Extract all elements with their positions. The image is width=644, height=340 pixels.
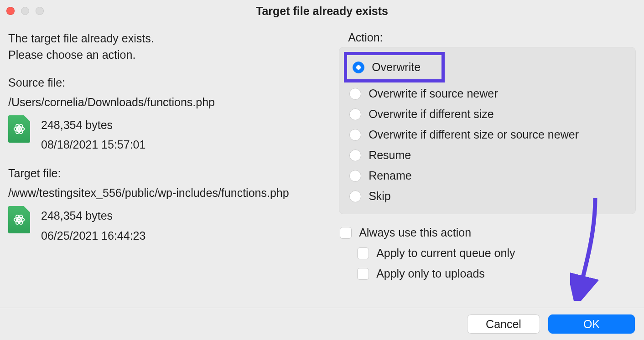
source-file-info: 248,354 bytes 08/18/2021 15:57:01: [8, 115, 330, 155]
message-line: Please choose an action.: [8, 46, 330, 63]
svg-point-1: [19, 128, 20, 129]
action-group: Overwrite Overwrite if source newer Over…: [339, 47, 636, 214]
checkbox-icon: [357, 247, 369, 259]
checkbox-label: Apply to current queue only: [376, 247, 515, 260]
file-icon: [8, 206, 30, 233]
radio-skip[interactable]: Skip: [347, 186, 628, 206]
radio-label: Skip: [369, 190, 391, 203]
radio-label: Overwrite if source newer: [369, 87, 498, 100]
source-file-path: /Users/cornelia/Downloads/functions.php: [8, 96, 330, 109]
action-group-label: Action:: [348, 31, 636, 44]
source-file-label: Source file:: [8, 76, 330, 89]
target-file-path: /www/testingsitex_556/public/wp-includes…: [8, 186, 330, 200]
file-icon: [8, 115, 30, 143]
radio-icon: [349, 108, 361, 120]
checkbox-icon: [340, 227, 352, 239]
button-label: Cancel: [486, 318, 521, 331]
target-file-info: 248,354 bytes 06/25/2021 16:44:23: [8, 206, 330, 246]
radio-overwrite[interactable]: Overwrite: [350, 57, 423, 77]
radio-overwrite-if-source-newer[interactable]: Overwrite if source newer: [347, 83, 628, 104]
svg-point-6: [19, 219, 20, 221]
checkbox-icon: [357, 268, 369, 280]
dialog-message: The target file already exists. Please c…: [8, 30, 330, 63]
radio-label: Overwrite: [372, 61, 421, 74]
message-line: The target file already exists.: [8, 30, 330, 46]
cancel-button[interactable]: Cancel: [467, 314, 540, 334]
checkbox-apply-to-current-queue-only[interactable]: Apply to current queue only: [356, 243, 636, 263]
checkbox-label: Apply only to uploads: [376, 267, 485, 280]
radio-label: Overwrite if different size: [369, 108, 494, 121]
checkbox-apply-only-to-uploads[interactable]: Apply only to uploads: [356, 263, 636, 284]
radio-overwrite-if-different-size-or-source-newer[interactable]: Overwrite if different size or source ne…: [347, 124, 628, 145]
radio-label: Overwrite if different size or source ne…: [369, 128, 579, 141]
target-file-size: 248,354 bytes: [41, 206, 145, 226]
radio-icon: [349, 88, 361, 100]
button-label: OK: [583, 318, 600, 331]
radio-label: Rename: [369, 169, 412, 182]
radio-icon: [349, 191, 361, 202]
target-file-label: Target file:: [8, 167, 330, 180]
radio-label: Resume: [369, 149, 411, 162]
annotation-highlight: Overwrite: [344, 52, 445, 82]
radio-overwrite-if-different-size[interactable]: Overwrite if different size: [347, 104, 628, 124]
radio-icon: [349, 170, 361, 182]
source-file-size: 248,354 bytes: [41, 115, 145, 135]
titlebar: Target file already exists: [0, 0, 644, 22]
radio-icon: [353, 62, 364, 73]
radio-icon: [349, 149, 361, 161]
source-file-date: 08/18/2021 15:57:01: [41, 135, 145, 155]
checkbox-group: Always use this action Apply to current …: [339, 222, 636, 284]
target-file-date: 06/25/2021 16:44:23: [41, 226, 145, 246]
radio-rename[interactable]: Rename: [347, 165, 628, 186]
radio-icon: [349, 129, 361, 141]
checkbox-label: Always use this action: [359, 226, 471, 239]
dialog-footer: Cancel OK: [0, 308, 644, 340]
left-panel: The target file already exists. Please c…: [8, 30, 330, 284]
checkbox-always-use-this-action[interactable]: Always use this action: [339, 222, 636, 243]
radio-resume[interactable]: Resume: [347, 145, 628, 165]
window-title: Target file already exists: [0, 5, 644, 18]
right-panel: Action: Overwrite Overwrite if source ne…: [339, 30, 636, 284]
ok-button[interactable]: OK: [548, 314, 635, 334]
